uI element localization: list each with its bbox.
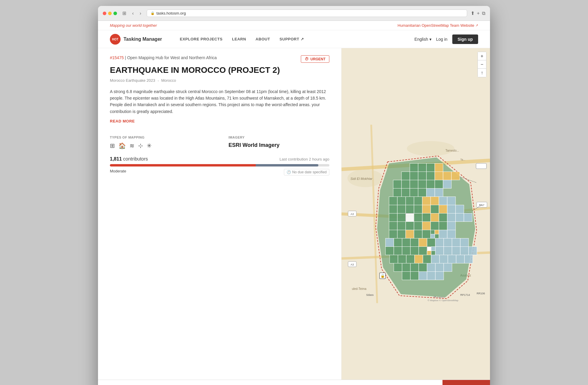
signup-button[interactable]: Sign up	[452, 34, 478, 44]
reset-north-button[interactable]: ↑	[478, 69, 486, 77]
read-more-link[interactable]: READ MORE	[110, 119, 135, 123]
browser-window: ⊞ ‹ › 🔒 tasks.hotosm.org ⬆ + ⧉ Mapping o…	[98, 6, 490, 385]
traffic-lights	[103, 12, 117, 15]
project-description: A strong 6.8 magnitude earthquake struck…	[110, 88, 329, 115]
svg-rect-66	[414, 205, 422, 213]
contributors-label: contributors	[123, 156, 148, 161]
svg-rect-104	[410, 238, 419, 247]
svg-point-9	[407, 141, 454, 156]
nav-support[interactable]: SUPPORT ↗	[279, 37, 304, 41]
urgent-badge: ⏱ URGENT	[301, 55, 329, 63]
svg-rect-108	[444, 238, 452, 247]
browser-toolbar: ⊞ ‹ ›	[121, 10, 143, 17]
forward-button[interactable]: ›	[138, 10, 143, 17]
nav-overview[interactable]: Overview	[110, 381, 132, 385]
language-selector[interactable]: English ▾	[415, 37, 431, 42]
svg-rect-98	[435, 234, 439, 238]
hot-website-link[interactable]: Humanitarian OpenStreetMap Team Website …	[398, 23, 478, 28]
right-panel: Sidi El Mokhtar Tameslo... Amizmiz Aoulo…	[342, 48, 490, 380]
contributors-number: 1,811	[110, 156, 122, 161]
svg-rect-97	[431, 234, 435, 238]
nav-explore[interactable]: EXPLORE PROJECTS	[180, 37, 223, 41]
project-tag-2: Morocco	[161, 78, 176, 84]
svg-rect-51	[410, 188, 418, 197]
svg-rect-70	[447, 205, 456, 213]
project-meta: #15475 | Open Mapping Hub for West and N…	[110, 55, 329, 63]
zoom-out-button[interactable]: −	[478, 60, 486, 69]
nav-coordination[interactable]: Coordination	[167, 381, 195, 385]
sidebar-toggle-button[interactable]: ⊞	[121, 10, 128, 17]
svg-rect-50	[402, 188, 410, 197]
due-date-badge: 🕐 No due date specified	[284, 169, 329, 175]
nav-links: EXPLORE PROJECTS LEARN ABOUT SUPPORT ↗	[180, 37, 415, 41]
mapping-tagline: Mapping our world together	[110, 23, 157, 28]
svg-rect-36	[410, 172, 418, 180]
maximize-button[interactable]	[113, 12, 117, 15]
svg-rect-68	[431, 205, 439, 213]
url-text: tasks.hotosm.org	[157, 11, 186, 15]
nav-about[interactable]: ABOUT	[256, 37, 270, 41]
nav-similar[interactable]: Similar p	[340, 381, 361, 385]
mapping-icons: ⊞ 🏠 ≋ ⊹ ✳	[110, 142, 211, 149]
bottom-nav: Overview · Description · Coordination · …	[98, 380, 490, 385]
nav-contributions[interactable]: Contributions	[306, 381, 336, 385]
map-canvas[interactable]: Sidi El Mokhtar Tameslo... Amizmiz Aoulo…	[342, 48, 490, 380]
new-tab-button[interactable]: +	[477, 10, 480, 16]
contribute-button[interactable]: Contribute	[442, 380, 490, 385]
svg-rect-61	[439, 197, 447, 205]
svg-rect-132	[448, 255, 456, 263]
close-button[interactable]	[103, 12, 106, 15]
svg-rect-111	[385, 247, 394, 255]
svg-rect-116	[427, 247, 431, 251]
svg-rect-88	[439, 222, 447, 230]
top-banner: Mapping our world together Humanitarian …	[98, 21, 490, 30]
urgent-label: URGENT	[310, 57, 325, 61]
svg-rect-25	[476, 164, 486, 169]
project-id: #15475	[110, 55, 124, 60]
svg-rect-44	[410, 180, 418, 188]
address-bar[interactable]: 🔒 tasks.hotosm.org	[147, 10, 467, 17]
svg-text:Ta...: Ta...	[460, 158, 465, 161]
progress-info: Moderate 🕐 No due date specified	[110, 169, 329, 175]
svg-rect-79	[447, 213, 456, 222]
nav-learn[interactable]: LEARN	[232, 37, 246, 41]
svg-rect-113	[402, 247, 410, 255]
svg-rect-83	[397, 222, 406, 230]
nav-description[interactable]: Description	[137, 381, 162, 385]
external-link-icon: ↗	[475, 23, 478, 27]
svg-rect-106	[427, 238, 435, 247]
svg-rect-46	[426, 180, 435, 188]
svg-rect-128	[415, 255, 423, 263]
svg-text:Sdass: Sdass	[366, 293, 374, 296]
mapping-types-label: TYPES OF MAPPING	[110, 136, 211, 139]
due-date-label: No due date specified	[292, 170, 327, 174]
svg-rect-90	[389, 230, 397, 238]
svg-rect-45	[418, 180, 426, 188]
back-button[interactable]: ‹	[130, 10, 135, 17]
svg-rect-42	[393, 180, 402, 188]
share-browser-button[interactable]: ⬆	[471, 10, 475, 16]
svg-rect-37	[418, 172, 426, 180]
svg-rect-33	[426, 164, 435, 172]
svg-rect-127	[406, 255, 415, 263]
contributors-count: 1,811 contributors	[110, 156, 148, 162]
minimize-button[interactable]	[108, 12, 112, 15]
login-button[interactable]: Log in	[436, 37, 448, 42]
svg-rect-81	[464, 213, 472, 222]
svg-rect-110	[460, 238, 469, 247]
nav-questions[interactable]: Questions and comments	[249, 381, 301, 385]
project-id-line: #15475 | Open Mapping Hub for West and N…	[110, 55, 217, 60]
svg-rect-109	[452, 238, 460, 247]
svg-text:HOT: HOT	[112, 38, 118, 41]
tabs-button[interactable]: ⧉	[482, 10, 485, 16]
svg-rect-58	[414, 197, 422, 205]
svg-rect-71	[456, 205, 464, 213]
svg-rect-62	[447, 197, 456, 205]
nav-teams-permissions[interactable]: Teams & Permissions	[200, 381, 245, 385]
language-label: English	[415, 37, 428, 42]
svg-rect-102	[394, 238, 402, 247]
zoom-in-button[interactable]: +	[478, 52, 486, 60]
svg-rect-31	[410, 164, 418, 172]
svg-rect-73	[397, 213, 406, 222]
project-tags: Morocco Earthquake 2023 · Morocco	[110, 78, 329, 84]
